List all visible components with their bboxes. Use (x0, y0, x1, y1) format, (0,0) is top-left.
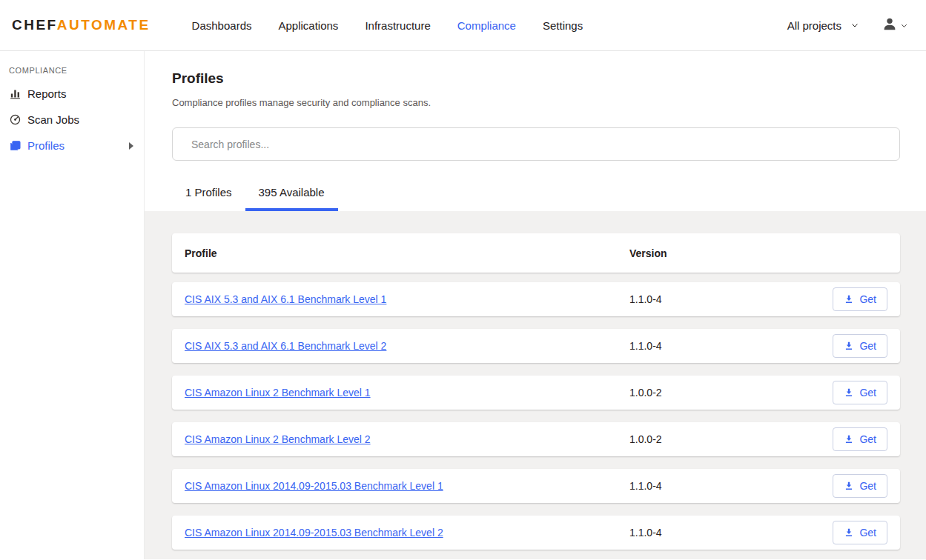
page-subtitle: Compliance profiles manage security and … (172, 97, 900, 108)
download-icon (844, 387, 854, 398)
profile-link[interactable]: CIS Amazon Linux 2014.09-2015.03 Benchma… (185, 480, 443, 492)
get-profile-button[interactable]: Get (833, 334, 887, 358)
profile-version: 1.1.0-4 (629, 527, 833, 539)
chevron-down-icon (900, 21, 908, 30)
download-icon (844, 434, 854, 444)
profile-version: 1.0.0-2 (629, 387, 833, 399)
projects-selector-label: All projects (787, 19, 841, 32)
get-button-label: Get (859, 480, 876, 492)
download-icon (844, 341, 854, 351)
user-avatar-icon (882, 16, 898, 35)
profile-link[interactable]: CIS AIX 5.3 and AIX 6.1 Benchmark Level … (185, 340, 386, 352)
search-input[interactable] (172, 127, 900, 161)
nav-compliance[interactable]: Compliance (457, 19, 516, 32)
get-profile-button[interactable]: Get (833, 474, 887, 498)
profile-version: 1.1.0-4 (629, 480, 833, 492)
sidebar-item-reports[interactable]: Reports (0, 81, 144, 107)
nav-dashboards[interactable]: Dashboards (192, 19, 252, 32)
profile-version: 1.1.0-4 (629, 340, 833, 352)
radar-icon (9, 113, 22, 126)
topnav-right-controls: All projects (787, 16, 908, 35)
page-title: Profiles (172, 70, 900, 87)
get-button-label: Get (859, 387, 876, 399)
column-header-version: Version (629, 247, 887, 259)
profile-version: 1.1.0-4 (629, 293, 833, 305)
table-row: CIS AIX 5.3 and AIX 6.1 Benchmark Level … (172, 329, 900, 363)
profile-link[interactable]: CIS AIX 5.3 and AIX 6.1 Benchmark Level … (185, 293, 386, 305)
profile-link[interactable]: CIS Amazon Linux 2 Benchmark Level 1 (185, 387, 371, 399)
profiles-tabs: 1 Profiles 395 Available (172, 177, 900, 211)
download-icon (844, 294, 854, 304)
profiles-header-section: Profiles Compliance profiles manage secu… (145, 51, 926, 211)
projects-selector[interactable]: All projects (787, 19, 859, 32)
sidebar-section-label: COMPLIANCE (0, 66, 144, 75)
library-icon (9, 139, 22, 152)
profile-link[interactable]: CIS Amazon Linux 2 Benchmark Level 2 (185, 433, 371, 445)
profiles-table-body: CIS AIX 5.3 and AIX 6.1 Benchmark Level … (172, 282, 900, 550)
app-shell: COMPLIANCE Reports Scan Jobs Profiles Pr… (0, 51, 926, 559)
download-icon (844, 527, 854, 538)
table-row: CIS Amazon Linux 2014.09-2015.03 Benchma… (172, 469, 900, 503)
expand-caret-icon (129, 142, 133, 150)
nav-settings[interactable]: Settings (543, 19, 583, 32)
tab-available[interactable]: 395 Available (245, 177, 338, 211)
get-button-label: Get (859, 293, 876, 305)
nav-applications[interactable]: Applications (278, 19, 338, 32)
sidebar-item-label: Scan Jobs (27, 113, 79, 126)
main-content: Profiles Compliance profiles manage secu… (145, 51, 926, 559)
table-row: CIS Amazon Linux 2 Benchmark Level 1 1.0… (172, 376, 900, 410)
user-menu[interactable] (882, 16, 908, 35)
profile-version: 1.0.0-2 (629, 433, 833, 445)
bar-chart-icon (9, 87, 22, 100)
column-header-profile: Profile (185, 247, 629, 259)
get-button-label: Get (859, 433, 876, 445)
primary-nav: Dashboards Applications Infrastructure C… (192, 19, 583, 32)
profiles-table-header: Profile Version (172, 233, 900, 273)
get-profile-button[interactable]: Get (833, 427, 887, 451)
get-button-label: Get (859, 527, 876, 539)
chef-automate-logo[interactable]: CHEFAUTOMATE (12, 17, 151, 33)
get-profile-button[interactable]: Get (833, 521, 887, 544)
get-profile-button[interactable]: Get (833, 287, 887, 311)
compliance-sidebar: COMPLIANCE Reports Scan Jobs Profiles (0, 51, 145, 559)
download-icon (844, 481, 854, 491)
sidebar-item-profiles[interactable]: Profiles (0, 133, 144, 159)
table-row: CIS Amazon Linux 2 Benchmark Level 2 1.0… (172, 422, 900, 456)
logo-automate-text: AUTOMATE (57, 17, 151, 33)
get-profile-button[interactable]: Get (833, 381, 887, 404)
profile-link[interactable]: CIS Amazon Linux 2014.09-2015.03 Benchma… (185, 527, 443, 539)
chevron-down-icon (850, 21, 859, 30)
sidebar-item-label: Profiles (27, 139, 65, 152)
table-row: CIS AIX 5.3 and AIX 6.1 Benchmark Level … (172, 282, 900, 316)
logo-chef-text: CHEF (12, 17, 57, 33)
profiles-table-area: Profile Version CIS AIX 5.3 and AIX 6.1 … (145, 211, 926, 559)
tab-my-profiles[interactable]: 1 Profiles (172, 177, 245, 211)
sidebar-item-scan-jobs[interactable]: Scan Jobs (0, 107, 144, 133)
table-row: CIS Amazon Linux 2014.09-2015.03 Benchma… (172, 516, 900, 550)
top-navigation-bar: CHEFAUTOMATE Dashboards Applications Inf… (0, 0, 926, 51)
nav-infrastructure[interactable]: Infrastructure (365, 19, 430, 32)
get-button-label: Get (859, 340, 876, 352)
sidebar-item-label: Reports (27, 87, 67, 100)
